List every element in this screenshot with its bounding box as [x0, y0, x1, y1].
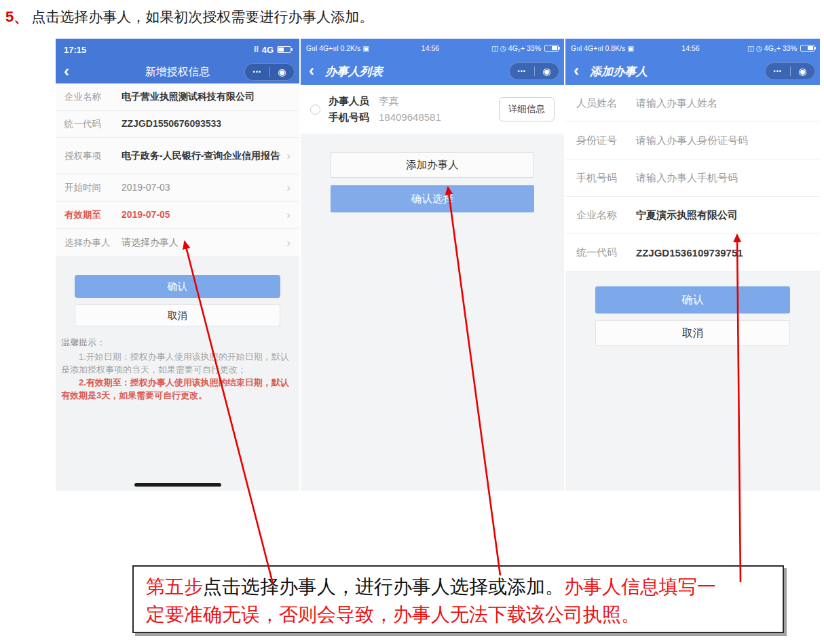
chevron-right-icon: › — [286, 149, 291, 163]
note-warning-start: 办事人信息填写一 — [564, 576, 716, 597]
back-icon[interactable]: ‹ — [574, 62, 579, 79]
cancel-button[interactable]: 取消 — [75, 304, 280, 326]
field-value: 电子政务-人民银行-查询企业信用报告 — [121, 149, 282, 162]
field-label: 统一代码 — [64, 118, 121, 130]
status-bar: Gııl 4G+ııl 0.2K/s ▣ 14:56 ◫ ◷ 4G₂+ 33% — [301, 39, 564, 58]
field-value: ZZJGD1536109739751 — [636, 247, 743, 259]
status-bar: 17:15 ⠿ 4G — [56, 39, 299, 60]
manual-page: 5、点击选择办事人，如果初次授权需要进行办事人添加。 17:15 ⠿ 4G ‹ … — [0, 0, 824, 644]
field-label: 开始时间 — [64, 182, 121, 194]
note-line-1: 第五步点击选择办事人，进行办事人选择或添加。办事人信息填写一 — [146, 573, 770, 601]
input-phone-number[interactable]: 手机号码 请输入办事人手机号码 — [565, 159, 820, 197]
field-value: 2019-07-03 — [121, 181, 282, 193]
battery-icon — [277, 46, 291, 53]
field-label: 手机号码 — [576, 172, 636, 185]
field-label: 有效期至 — [64, 209, 121, 221]
step-heading-text: 点击选择办事人，如果初次授权需要进行办事人添加。 — [31, 9, 373, 25]
nav-bar: ‹ 新增授权信息 ••• ◉ — [56, 60, 299, 83]
field-unified-code: 统一代码 ZZJGD1550676093533 — [56, 111, 299, 138]
clock-text: 14:56 — [681, 44, 699, 52]
field-label: 授权事项 — [64, 150, 121, 162]
page-title: 添加办事人 — [590, 64, 648, 79]
field-label: 选择办事人 — [64, 237, 121, 249]
nav-bar: ‹ 办事人列表 ••• ◉ — [301, 58, 564, 85]
miniprogram-capsule: ••• ◉ — [509, 62, 559, 80]
field-authorization-item[interactable]: 授权事项 电子政务-人民银行-查询企业信用报告 › — [56, 138, 299, 174]
network-label: 4G — [262, 45, 274, 55]
clock-text: 17:15 — [64, 45, 86, 55]
radio-unselected-icon[interactable] — [310, 105, 320, 115]
close-target-icon[interactable]: ◉ — [535, 66, 559, 77]
tip-start-date: 1.开始日期：授权办事人使用该执照的开始日期，默认是添加授权事项的当天，如果需要… — [61, 351, 294, 377]
more-icon[interactable]: ••• — [510, 68, 534, 75]
field-valid-until[interactable]: 有效期至 2019-07-05 › — [56, 202, 299, 229]
note-step-label: 第五步 — [146, 576, 203, 597]
field-unified-code: 统一代码 ZZJGD1536109739751 — [565, 234, 820, 271]
screenshot-new-authorization: 17:15 ⠿ 4G ‹ 新增授权信息 ••• ◉ 企业名称 电子营业执照测试科… — [56, 39, 299, 491]
more-icon[interactable]: ••• — [245, 69, 269, 75]
step-heading: 5、点击选择办事人，如果初次授权需要进行办事人添加。 — [5, 7, 373, 27]
signal-network-text: Gııl 4G+ııl 0.2K/s ▣ — [306, 44, 369, 52]
clock-text: 14:56 — [422, 44, 439, 52]
field-label: 企业名称 — [576, 209, 636, 222]
battery-icon — [544, 45, 559, 52]
confirm-selection-button[interactable]: 确认选择 — [331, 185, 534, 212]
field-value: ZZJGD1550676093533 — [121, 117, 291, 130]
input-placeholder: 请输入办事人姓名 — [636, 97, 717, 110]
status-icons-text: ◫ ◷ 4G₂+ 33% — [747, 44, 797, 52]
status-bar: Gııl 4G+ııl 0.8K/s ▣ 14:56 ◫ ◷ 4G₂+ 33% — [565, 39, 820, 58]
field-value: 宁夏演示执照有限公司 — [636, 209, 738, 222]
field-company-name: 企业名称 宁夏演示执照有限公司 — [565, 197, 820, 234]
screenshot-agent-list: Gııl 4G+ııl 0.2K/s ▣ 14:56 ◫ ◷ 4G₂+ 33% … — [301, 39, 564, 491]
home-indicator — [134, 483, 221, 487]
signal-network-text: Gııl 4G+ııl 0.8K/s ▣ — [571, 44, 634, 52]
field-label: 统一代码 — [576, 246, 636, 259]
cancel-button[interactable]: 取消 — [595, 320, 790, 346]
note-black-text: 点击选择办事人，进行办事人选择或添加。 — [203, 576, 564, 597]
miniprogram-capsule: ••• ◉ — [765, 62, 815, 80]
screenshot-add-agent: Gııl 4G+ııl 0.8K/s ▣ 14:56 ◫ ◷ 4G₂+ 33% … — [565, 39, 820, 491]
field-label: 身份证号 — [576, 134, 636, 147]
agent-name-value: 李真 — [379, 93, 399, 109]
field-start-date[interactable]: 开始时间 2019-07-03 › — [56, 174, 299, 202]
add-agent-button[interactable]: 添加办事人 — [331, 152, 534, 178]
nav-bar: ‹ 添加办事人 ••• ◉ — [565, 58, 820, 85]
agent-name-label: 办事人员 — [329, 93, 369, 109]
confirm-button[interactable]: 确认 — [75, 275, 280, 298]
instruction-note-box: 第五步点击选择办事人，进行办事人选择或添加。办事人信息填写一 定要准确无误，否则… — [132, 565, 784, 633]
field-value: 2019-07-05 — [121, 208, 282, 221]
battery-icon — [800, 45, 814, 52]
close-target-icon[interactable]: ◉ — [791, 66, 815, 77]
tips-section: 温馨提示： 1.开始日期：授权办事人使用该执照的开始日期，默认是添加授权事项的当… — [61, 337, 294, 402]
page-title: 办事人列表 — [325, 64, 383, 79]
tip-valid-until: 2.有效期至：授权办事人使用该执照的结束日期，默认有效期是3天，如果需要可自行更… — [61, 377, 294, 402]
signal-icon: ⠿ — [254, 45, 259, 54]
tips-title: 温馨提示： — [61, 337, 294, 349]
input-id-number[interactable]: 身份证号 请输入办事人身份证号码 — [565, 122, 820, 159]
back-icon[interactable]: ‹ — [309, 62, 314, 79]
input-agent-name[interactable]: 人员姓名 请输入办事人姓名 — [565, 85, 820, 122]
field-label: 企业名称 — [64, 91, 121, 103]
step-number: 5、 — [5, 8, 29, 25]
field-company-name: 企业名称 电子营业执照测试科技有限公司 — [56, 83, 299, 111]
field-value: 请选择办事人 — [121, 236, 282, 248]
close-target-icon[interactable]: ◉ — [270, 67, 295, 77]
field-select-agent[interactable]: 选择办事人 请选择办事人 › — [56, 229, 299, 257]
status-icons-text: ◫ ◷ 4G₂+ 33% — [491, 44, 541, 52]
agent-phone-label: 手机号码 — [329, 109, 369, 126]
miniprogram-capsule: ••• ◉ — [244, 63, 295, 81]
field-value: 电子营业执照测试科技有限公司 — [121, 90, 291, 102]
chevron-right-icon: › — [286, 208, 291, 222]
chevron-right-icon: › — [286, 236, 291, 250]
field-label: 人员姓名 — [576, 97, 636, 110]
agent-phone-value: 18409648581 — [379, 109, 441, 126]
agent-list-item[interactable]: 办事人员李真 手机号码18409648581 详细信息 — [301, 85, 564, 134]
chevron-right-icon: › — [286, 181, 291, 195]
confirm-button[interactable]: 确认 — [595, 286, 790, 314]
more-icon[interactable]: ••• — [766, 68, 790, 75]
input-placeholder: 请输入办事人身份证号码 — [636, 134, 748, 147]
detail-info-button[interactable]: 详细信息 — [499, 97, 555, 121]
input-placeholder: 请输入办事人手机号码 — [636, 172, 738, 185]
note-line-2: 定要准确无误，否则会导致，办事人无法下载该公司执照。 — [146, 601, 770, 628]
